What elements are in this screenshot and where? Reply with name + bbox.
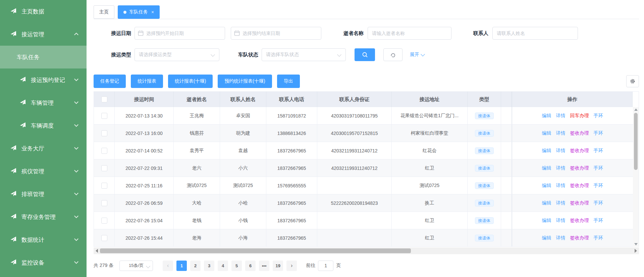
- column-settings-button[interactable]: [626, 75, 639, 87]
- sidebar-item-home-data[interactable]: 主页数据: [0, 0, 87, 23]
- page-button-1[interactable]: 1: [176, 261, 187, 271]
- row-checkbox[interactable]: [101, 165, 107, 171]
- row-checkbox[interactable]: [101, 183, 107, 189]
- bracelet-link[interactable]: 手环: [594, 183, 603, 189]
- sidebar-item-label: 车辆调度: [31, 122, 54, 130]
- select-all-checkbox[interactable]: [101, 96, 107, 102]
- search-button[interactable]: [355, 48, 375, 61]
- sidebar-item-monitoring-devices[interactable]: 监控设备: [0, 251, 87, 274]
- task-register-button[interactable]: 任务登记: [94, 75, 126, 88]
- goto-page-input[interactable]: [318, 261, 333, 271]
- detail-link[interactable]: 详情: [556, 218, 566, 224]
- sidebar-item-label: 车队任务: [17, 53, 40, 61]
- sign-process-link[interactable]: 签收办理: [570, 130, 589, 136]
- close-icon[interactable]: ×: [151, 9, 154, 15]
- bracelet-link[interactable]: 手环: [594, 113, 603, 119]
- scroll-left-icon[interactable]: [96, 249, 98, 253]
- sign-process-link[interactable]: 签收办理: [570, 200, 589, 206]
- row-checkbox[interactable]: [101, 235, 107, 241]
- edit-link[interactable]: 编辑: [542, 165, 551, 171]
- detail-link[interactable]: 详情: [556, 130, 566, 136]
- sidebar-item-business-hall[interactable]: 业务大厅: [0, 137, 87, 160]
- page-button-4[interactable]: 4: [218, 261, 228, 271]
- bracelet-link[interactable]: 手环: [594, 235, 603, 241]
- stats-report-button[interactable]: 统计报表: [131, 75, 163, 88]
- sidebar-item-vehicle-mgmt[interactable]: 车辆管理: [0, 91, 87, 114]
- refresh-button[interactable]: [383, 48, 402, 61]
- reservation-stats-report-shiyan-button[interactable]: 预约统计报表(十堰): [218, 75, 272, 88]
- pickup-type-select[interactable]: 请选择接运类型: [135, 48, 219, 61]
- page-button-3[interactable]: 3: [204, 261, 214, 271]
- more-pages-button[interactable]: •••: [259, 261, 269, 271]
- page-button-6[interactable]: 6: [245, 261, 256, 271]
- expand-link[interactable]: 展开: [410, 52, 424, 58]
- edit-link[interactable]: 编辑: [542, 200, 551, 206]
- detail-link[interactable]: 详情: [556, 113, 566, 119]
- edit-link[interactable]: 编辑: [542, 130, 551, 136]
- scroll-right-icon[interactable]: [635, 249, 637, 253]
- contact-input[interactable]: [492, 27, 578, 40]
- sign-process-link[interactable]: 签收办理: [570, 218, 589, 224]
- sign-process-link[interactable]: 签收办理: [570, 183, 589, 189]
- detail-link[interactable]: 详情: [556, 148, 566, 154]
- page-button-2[interactable]: 2: [190, 261, 201, 271]
- detail-link[interactable]: 详情: [556, 183, 566, 189]
- page-button-5[interactable]: 5: [231, 261, 242, 271]
- row-checkbox[interactable]: [101, 130, 107, 136]
- bracelet-link[interactable]: 手环: [594, 218, 603, 224]
- stats-report-shiyan-button[interactable]: 统计报表(十堰): [168, 75, 213, 88]
- paper-plane-icon: [10, 190, 17, 198]
- edit-link[interactable]: 编辑: [542, 235, 551, 241]
- chevron-down-icon: [74, 145, 78, 150]
- sidebar-item-data-statistics[interactable]: 数据统计: [0, 228, 87, 251]
- table-body: 2022-07-13 14:30 王兆梅 卓安国 15871091872 420…: [94, 107, 639, 247]
- date-start-input[interactable]: [135, 27, 225, 40]
- prev-page-button[interactable]: ‹: [163, 261, 173, 271]
- edit-link[interactable]: 编辑: [542, 218, 551, 224]
- tab-fleet-tasks[interactable]: 车队任务 ×: [118, 5, 160, 19]
- row-checkbox[interactable]: [101, 218, 107, 224]
- row-checkbox[interactable]: [101, 113, 107, 119]
- refresh-icon: [390, 52, 396, 58]
- vertical-scrollbar[interactable]: [633, 107, 639, 247]
- sidebar-item-funeral-mgmt[interactable]: 殡仪管理: [0, 160, 87, 183]
- edit-link[interactable]: 编辑: [542, 148, 551, 154]
- row-checkbox[interactable]: [101, 148, 107, 154]
- scroll-down-icon[interactable]: [634, 243, 638, 245]
- next-page-button[interactable]: ›: [286, 261, 297, 271]
- fleet-status-select[interactable]: 请选择车队状态: [262, 48, 346, 61]
- detail-link[interactable]: 详情: [556, 200, 566, 206]
- sidebar-item-storage-mgmt[interactable]: 寄存业务管理: [0, 205, 87, 228]
- page-button-19[interactable]: 19: [273, 261, 283, 271]
- edit-link[interactable]: 编辑: [542, 113, 551, 119]
- cell-address: 柯家垭红白理事堂: [392, 125, 468, 142]
- horizontal-scrollbar[interactable]: [94, 247, 639, 254]
- horizontal-scrollbar-thumb[interactable]: [100, 248, 411, 253]
- page-size-select[interactable]: 15条/页: [119, 261, 153, 271]
- sign-process-link[interactable]: 签收办理: [570, 235, 589, 241]
- detail-link[interactable]: 详情: [556, 165, 566, 171]
- sidebar-item-shift-mgmt[interactable]: 排班管理: [0, 183, 87, 205]
- vertical-scrollbar-thumb[interactable]: [634, 113, 638, 170]
- row-checkbox[interactable]: [101, 200, 107, 206]
- sign-process-link[interactable]: 签收办理: [570, 165, 589, 171]
- date-end-input[interactable]: [231, 27, 321, 40]
- sidebar-item-transport-mgmt[interactable]: 接运管理: [0, 23, 87, 46]
- return-process-link[interactable]: 回车办理: [570, 113, 589, 119]
- sidebar-item-pickup-reservation[interactable]: 接运预约登记: [0, 68, 87, 91]
- detail-link[interactable]: 详情: [556, 235, 566, 241]
- scroll-up-icon[interactable]: [634, 108, 638, 111]
- deceased-name-input[interactable]: [368, 27, 451, 40]
- sidebar-item-vehicle-dispatch[interactable]: 车辆调度: [0, 114, 87, 137]
- bracelet-link[interactable]: 手环: [594, 148, 603, 154]
- sidebar-item-fleet-tasks[interactable]: 车队任务: [0, 46, 87, 68]
- bracelet-link[interactable]: 手环: [594, 130, 603, 136]
- bracelet-link[interactable]: 手环: [594, 165, 603, 171]
- sign-process-link[interactable]: 签收办理: [570, 148, 589, 154]
- edit-link[interactable]: 编辑: [542, 183, 551, 189]
- export-button[interactable]: 导出: [277, 75, 300, 88]
- calendar-icon: [138, 30, 144, 36]
- tab-home[interactable]: 主页: [94, 5, 114, 19]
- cell-idcard: 522226200208194823: [317, 194, 392, 212]
- bracelet-link[interactable]: 手环: [594, 200, 603, 206]
